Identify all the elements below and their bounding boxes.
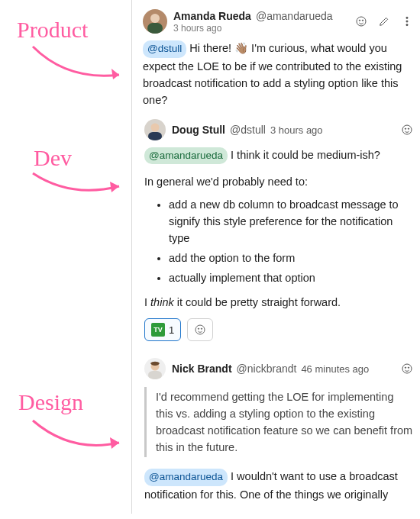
author-handle[interactable]: @dstull bbox=[230, 124, 266, 136]
svg-rect-14 bbox=[148, 132, 162, 140]
reaction-chip[interactable]: TV 1 bbox=[144, 318, 181, 341]
arrow-dev bbox=[29, 169, 128, 202]
svg-marker-1 bbox=[110, 182, 119, 192]
author-block: Doug Stull @dstull 3 hours ago bbox=[172, 124, 323, 136]
comment-header: Amanda Rueda @amandarueda 3 hours ago bbox=[143, 9, 414, 34]
arrow-product bbox=[29, 43, 128, 88]
svg-point-16 bbox=[405, 128, 405, 129]
svg-point-25 bbox=[405, 367, 405, 368]
add-reaction-button[interactable] bbox=[187, 318, 213, 341]
bullet-list: add a new db column to broadcast message… bbox=[144, 196, 414, 286]
label-product: Product bbox=[17, 17, 88, 43]
svg-point-15 bbox=[402, 125, 412, 134]
label-design: Design bbox=[18, 389, 83, 415]
comment-actions bbox=[400, 123, 414, 137]
reaction-emoji: TV bbox=[151, 323, 165, 337]
reply-comment: Doug Stull @dstull 3 hours ago @amandaru… bbox=[143, 119, 414, 342]
svg-marker-0 bbox=[111, 69, 119, 79]
comment-actions bbox=[354, 15, 414, 28]
svg-point-10 bbox=[406, 21, 408, 22]
svg-point-8 bbox=[362, 20, 363, 21]
svg-point-24 bbox=[402, 364, 412, 373]
timestamp: 3 hours ago bbox=[270, 124, 323, 136]
svg-point-9 bbox=[406, 17, 408, 18]
author-handle[interactable]: @nickbrandt bbox=[237, 363, 297, 375]
timestamp: 46 minutes ago bbox=[301, 363, 369, 375]
reaction-count: 1 bbox=[169, 324, 174, 336]
svg-point-6 bbox=[357, 17, 366, 26]
svg-marker-2 bbox=[110, 437, 119, 449]
svg-point-26 bbox=[408, 367, 409, 368]
root-comment: Amanda Rueda @amandarueda 3 hours ago bbox=[143, 9, 414, 503]
avatar[interactable] bbox=[144, 358, 166, 379]
author-block: Nick Brandt @nickbrandt 46 minutes ago bbox=[172, 363, 369, 375]
pencil-icon[interactable] bbox=[377, 15, 391, 28]
svg-point-4 bbox=[150, 14, 160, 23]
wave-emoji: 👋🏽 bbox=[234, 42, 248, 54]
list-item: add the option to the form bbox=[169, 250, 414, 266]
list-item: actually implement that option bbox=[169, 269, 414, 286]
svg-point-19 bbox=[199, 328, 199, 329]
comment-header: Nick Brandt @nickbrandt 46 minutes ago bbox=[144, 358, 414, 379]
svg-point-11 bbox=[406, 24, 408, 26]
comment-body: @amandarueda I think it could be medium-… bbox=[144, 147, 414, 311]
blockquote: I'd recommend getting the LOE for implem… bbox=[144, 387, 414, 457]
list-item: add a new db column to broadcast message… bbox=[169, 196, 414, 247]
more-icon[interactable] bbox=[400, 15, 414, 28]
svg-rect-5 bbox=[147, 23, 163, 34]
comment-actions bbox=[400, 362, 414, 376]
author-name[interactable]: Doug Stull bbox=[172, 124, 225, 136]
diagram-canvas: Product Dev Design bbox=[0, 0, 420, 519]
smile-icon[interactable] bbox=[354, 15, 368, 28]
author-block: Amanda Rueda @amandarueda 3 hours ago bbox=[173, 10, 333, 34]
reactions-bar: TV 1 bbox=[144, 318, 414, 341]
reply-comment: Nick Brandt @nickbrandt 46 minutes ago I… bbox=[143, 358, 414, 503]
label-dev: Dev bbox=[34, 145, 72, 171]
svg-point-17 bbox=[408, 128, 409, 129]
svg-point-20 bbox=[202, 328, 202, 329]
avatar[interactable] bbox=[143, 9, 167, 34]
comment-header: Doug Stull @dstull 3 hours ago bbox=[144, 119, 414, 140]
smile-icon[interactable] bbox=[400, 362, 414, 376]
svg-point-13 bbox=[151, 123, 160, 131]
arrow-design bbox=[29, 417, 128, 457]
smile-icon[interactable] bbox=[400, 123, 414, 137]
timestamp: 3 hours ago bbox=[173, 23, 333, 34]
mention[interactable]: @amandarueda bbox=[144, 147, 228, 165]
author-name[interactable]: Amanda Rueda bbox=[173, 10, 251, 22]
svg-point-18 bbox=[195, 325, 205, 334]
comment-body: @dstull Hi there! 👋🏽 I'm curious, what w… bbox=[143, 40, 414, 108]
svg-point-7 bbox=[359, 20, 360, 21]
mention[interactable]: @dstull bbox=[143, 40, 186, 58]
svg-rect-23 bbox=[148, 371, 162, 379]
comment-thread: Amanda Rueda @amandarueda 3 hours ago bbox=[131, 0, 414, 514]
avatar[interactable] bbox=[144, 119, 166, 140]
mention[interactable]: @amandarueda bbox=[144, 469, 228, 486]
author-name[interactable]: Nick Brandt bbox=[172, 363, 232, 375]
comment-body: I'd recommend getting the LOE for implem… bbox=[144, 387, 414, 503]
author-handle[interactable]: @amandarueda bbox=[256, 10, 333, 22]
